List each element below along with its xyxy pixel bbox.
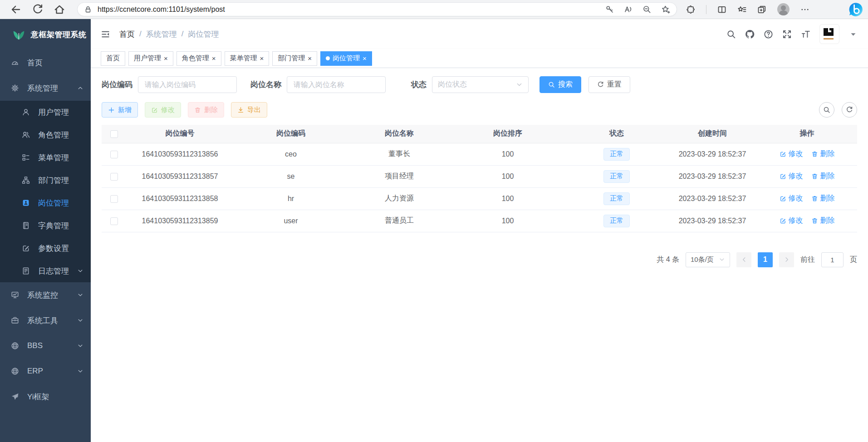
cell-post-code: ceo (233, 143, 348, 165)
sidebar-collapse-icon[interactable] (101, 29, 110, 39)
search-button[interactable]: 搜索 (539, 76, 581, 93)
sidebar-item-bbs[interactable]: BBS (0, 333, 91, 359)
tab-dept-mgmt[interactable]: 部门管理 × (272, 51, 317, 66)
goto-page-input[interactable] (821, 252, 843, 267)
copilot-icon[interactable] (848, 2, 863, 17)
row-delete-link[interactable]: 删除 (811, 172, 835, 181)
sidebar-item-home[interactable]: 首页 (0, 50, 91, 75)
users-icon (22, 131, 30, 139)
row-delete-link[interactable]: 删除 (811, 216, 835, 226)
status-select[interactable]: 岗位状态 (432, 76, 529, 93)
row-checkbox[interactable] (110, 151, 118, 158)
sidebar-item-users[interactable]: 用户管理 (0, 101, 91, 123)
read-aloud-icon[interactable] (624, 5, 633, 14)
sidebar-item-system[interactable]: 系统管理 (0, 75, 91, 101)
password-icon[interactable] (605, 5, 614, 14)
browser-profile-avatar[interactable] (777, 3, 790, 15)
sidebar-item-erp[interactable]: ERP (0, 359, 91, 384)
cell-post-sort: 100 (450, 165, 565, 187)
address-bar[interactable]: https://ccnetcore.com:1101/system/post (77, 2, 677, 16)
tab-close-icon[interactable]: × (212, 55, 216, 62)
page-size-select[interactable]: 10条/页 (686, 252, 730, 267)
home-icon[interactable] (54, 4, 65, 15)
status-badge[interactable]: 正常 (603, 192, 630, 205)
chevron-down-icon (516, 81, 523, 88)
status-badge[interactable]: 正常 (603, 170, 630, 183)
row-delete-link[interactable]: 删除 (811, 149, 835, 159)
sidebar-item-monitor[interactable]: 系统监控 (0, 282, 91, 308)
post-code-label: 岗位编码 (102, 79, 132, 90)
sidebar-item-tools[interactable]: 系统工具 (0, 308, 91, 333)
tab-close-icon[interactable]: × (363, 55, 367, 62)
sidebar-item-depts[interactable]: 部门管理 (0, 169, 91, 192)
page-number-1[interactable]: 1 (758, 252, 773, 267)
row-edit-link[interactable]: 修改 (780, 172, 803, 181)
tab-label: 角色管理 (182, 54, 209, 63)
tab-close-icon[interactable]: × (308, 55, 312, 62)
tab-post-mgmt[interactable]: 岗位管理 × (320, 51, 372, 66)
cell-post-name: 董事长 (348, 143, 450, 165)
tab-close-icon[interactable]: × (164, 55, 168, 62)
sidebar-item-menus[interactable]: 菜单管理 (0, 146, 91, 169)
tab-close-icon[interactable]: × (260, 55, 264, 62)
export-button[interactable]: 导出 (231, 102, 267, 118)
sidebar-item-logs[interactable]: 日志管理 (0, 260, 91, 282)
user-avatar[interactable] (819, 24, 839, 44)
sidebar-item-params[interactable]: 参数设置 (0, 237, 91, 260)
pagination: 共 4 条 10条/页 1 前往 页 (102, 252, 857, 267)
globe-icon (11, 342, 19, 350)
plus-icon (108, 107, 115, 113)
next-page-button[interactable] (779, 252, 794, 267)
favorites-icon[interactable] (737, 5, 746, 14)
tab-role-mgmt[interactable]: 角色管理 × (177, 51, 221, 66)
fullscreen-icon[interactable] (782, 29, 792, 39)
search-button-label: 搜索 (558, 80, 573, 89)
search-icon (548, 81, 555, 88)
reset-button[interactable]: 重置 (588, 76, 630, 93)
post-name-input[interactable] (287, 76, 386, 93)
github-icon[interactable] (745, 29, 755, 39)
split-screen-icon[interactable] (717, 5, 726, 14)
toggle-search-button[interactable] (819, 102, 834, 118)
edit-button[interactable]: 修改 (145, 102, 181, 118)
status-badge[interactable]: 正常 (603, 215, 630, 227)
pagination-total: 共 4 条 (657, 255, 679, 265)
sidebar-item-yi-framework[interactable]: Yi框架 (0, 384, 91, 409)
tab-user-mgmt[interactable]: 用户管理 × (128, 51, 173, 66)
text-size-icon[interactable] (801, 29, 810, 39)
row-edit-link[interactable]: 修改 (780, 194, 803, 203)
url-text[interactable]: https://ccnetcore.com:1101/system/post (98, 5, 605, 14)
sidebar-item-dict[interactable]: 字典管理 (0, 214, 91, 237)
post-code-input[interactable] (138, 76, 237, 93)
sidebar-item-roles[interactable]: 角色管理 (0, 123, 91, 146)
extensions-icon[interactable] (686, 5, 695, 14)
tab-home[interactable]: 首页 (101, 51, 125, 66)
goto-label: 前往 (800, 255, 815, 265)
header-search-icon[interactable] (726, 29, 736, 39)
row-checkbox[interactable] (110, 217, 118, 225)
logo[interactable]: 意框架管理系统 (0, 19, 91, 50)
row-checkbox[interactable] (110, 173, 118, 181)
breadcrumb-home[interactable]: 首页 (119, 29, 135, 39)
refresh-table-button[interactable] (842, 102, 857, 118)
select-all-checkbox[interactable] (110, 130, 118, 138)
edit-button-label: 修改 (161, 106, 175, 114)
avatar-caret-icon[interactable] (848, 29, 858, 39)
tab-menu-mgmt[interactable]: 菜单管理 × (225, 51, 270, 66)
row-delete-link[interactable]: 删除 (811, 194, 835, 203)
add-button[interactable]: 新增 (102, 102, 138, 118)
help-icon[interactable] (764, 29, 773, 39)
refresh-icon[interactable] (32, 4, 44, 15)
back-icon[interactable] (10, 4, 22, 15)
status-badge[interactable]: 正常 (603, 148, 630, 161)
row-checkbox[interactable] (110, 195, 118, 203)
row-edit-link[interactable]: 修改 (780, 149, 803, 159)
browser-menu-icon[interactable] (800, 5, 809, 14)
sidebar-item-posts[interactable]: 岗位管理 (0, 192, 91, 214)
zoom-out-icon[interactable] (642, 5, 651, 14)
row-edit-link[interactable]: 修改 (780, 216, 803, 226)
favorite-add-icon[interactable] (661, 5, 670, 14)
collections-icon[interactable] (757, 5, 766, 14)
delete-button[interactable]: 删除 (188, 102, 224, 118)
prev-page-button[interactable] (736, 252, 751, 267)
